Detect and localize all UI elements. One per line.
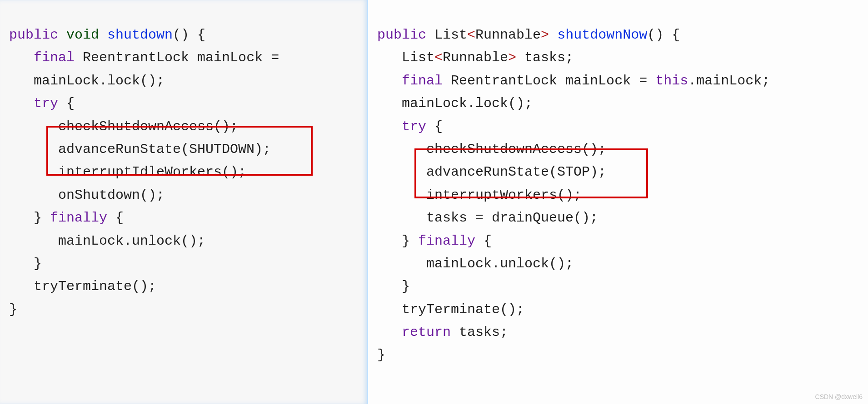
method-name-shutdownnow: shutdownNow	[557, 27, 647, 43]
keyword-public: public	[9, 27, 58, 43]
keyword-final: final	[402, 73, 443, 89]
type-reentrantlock: ReentrantLock	[451, 73, 557, 89]
brace-open-2: {	[107, 210, 124, 226]
keyword-finally: finally	[418, 233, 475, 249]
angle-lt: <	[467, 27, 475, 43]
type-runnable-2: Runnable	[443, 50, 508, 65]
angle-gt-2: >	[508, 50, 516, 65]
keyword-void: void	[66, 27, 99, 43]
paren-brace: () {	[647, 27, 680, 43]
call-unlock: mainLock.unlock();	[426, 256, 574, 271]
left-code-panel: public void shutdown() { final Reentrant…	[0, 0, 368, 404]
call-lock: mainLock.lock();	[402, 96, 533, 111]
angle-gt: >	[541, 27, 549, 43]
brace-open: {	[58, 96, 75, 111]
brace-open: {	[426, 119, 443, 134]
call-interruptworkers: interruptWorkers();	[426, 187, 582, 203]
return-tasks: tasks;	[451, 325, 508, 340]
keyword-finally: finally	[50, 210, 107, 226]
brace-close-2: }	[402, 279, 410, 294]
keyword-final: final	[34, 50, 75, 65]
type-list-decl: List	[402, 50, 434, 65]
call-tryterminate: tryTerminate();	[402, 302, 524, 317]
call-lock: mainLock.lock();	[34, 73, 165, 89]
call-onshutdown: onShutdown();	[58, 187, 165, 203]
call-drainqueue: tasks = drainQueue();	[426, 210, 598, 226]
keyword-this: this	[655, 73, 688, 89]
call-interruptidle: interruptIdleWorkers();	[58, 164, 246, 180]
var-tasks: tasks;	[524, 50, 574, 65]
angle-lt-2: <	[434, 50, 443, 65]
keyword-try: try	[34, 96, 58, 111]
right-code: public List<Runnable> shutdownNow() { Li…	[377, 24, 859, 367]
call-tryterminate: tryTerminate();	[34, 279, 156, 294]
watermark-text: CSDN @dxwell6	[815, 393, 863, 400]
dot-mainlock: .mainLock;	[688, 73, 770, 89]
brace-open-2: {	[475, 233, 492, 249]
brace-close-3: }	[9, 302, 17, 317]
var-mainlock: mainLock =	[565, 73, 655, 89]
keyword-try: try	[402, 119, 426, 134]
brace-close-3: }	[377, 347, 385, 363]
var-mainlock: mainLock =	[197, 50, 279, 65]
call-checkshutdown: checkShutdownAccess();	[426, 142, 606, 157]
type-list: List	[434, 27, 467, 43]
call-advancerunstate: advanceRunState(SHUTDOWN);	[58, 142, 271, 157]
brace-close: }	[402, 233, 410, 249]
type-reentrantlock: ReentrantLock	[83, 50, 189, 65]
left-code: public void shutdown() { final Reentrant…	[9, 24, 358, 321]
call-advancerunstate: advanceRunState(STOP);	[426, 164, 606, 180]
code-comparison: public void shutdown() { final Reentrant…	[0, 0, 868, 404]
right-code-panel: public List<Runnable> shutdownNow() { Li…	[368, 0, 868, 404]
type-runnable: Runnable	[475, 27, 541, 43]
brace-close-2: }	[34, 256, 42, 271]
call-checkshutdown: checkShutdownAccess();	[58, 119, 238, 134]
keyword-public: public	[377, 27, 426, 43]
call-unlock: mainLock.unlock();	[58, 233, 205, 249]
keyword-return: return	[402, 325, 451, 340]
brace-close: }	[34, 210, 42, 226]
paren-brace: () {	[173, 27, 205, 43]
method-name-shutdown: shutdown	[107, 27, 173, 43]
